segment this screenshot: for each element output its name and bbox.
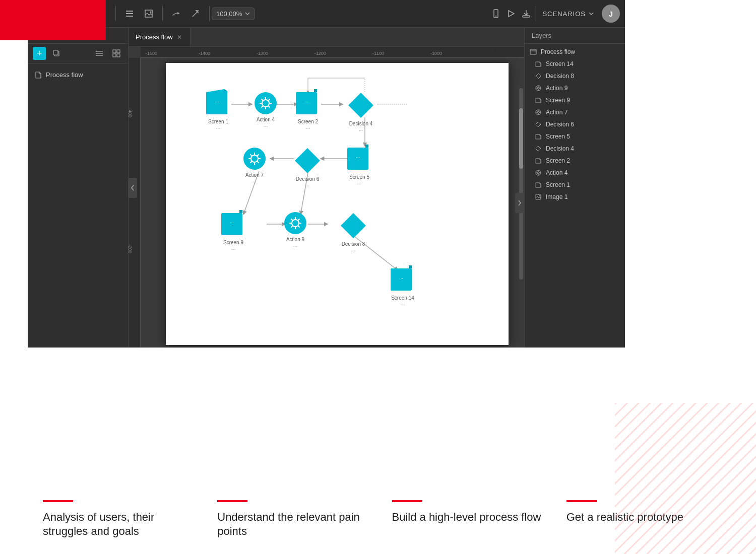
node-screen2[interactable]: ⋯ Screen 2 ... [296,89,320,130]
layer-decision-icon-4 [535,145,542,152]
ruler-label-1300: -1300 [257,51,268,56]
layer-item-screen2[interactable]: Screen 2 [525,155,625,167]
svg-rect-21 [117,54,120,57]
sidebar-grid-button[interactable] [110,47,123,60]
svg-point-86 [537,87,539,89]
feature-title-3: Build a high-level process flow [392,510,551,525]
left-sidebar: Scenarios + [28,28,129,348]
connect-tool-button[interactable] [169,6,184,21]
layer-item-action4[interactable]: Action 4 [525,167,625,179]
node-action9-dots: ... [293,242,297,248]
collapse-left-button[interactable] [128,178,137,198]
node-screen1-dots: ... [216,124,220,130]
node-screen9[interactable]: ⋯ Screen 9 ... [221,210,245,251]
node-screen1-label: Screen 1 [208,119,228,124]
ruler-label-1500: -1500 [146,51,157,56]
svg-point-8 [150,12,152,13]
user-avatar[interactable]: J [602,5,620,23]
node-decision4[interactable]: Decision 4 ... [347,92,374,132]
layer-item-screen1[interactable]: Screen 1 [525,179,625,191]
svg-rect-4 [126,11,133,12]
svg-point-98 [537,172,539,174]
scrollbar-vertical[interactable] [519,88,523,280]
layer-item-action7[interactable]: Action 7 [525,106,625,118]
node-screen5-label: Screen 5 [349,174,369,180]
collapse-right-button[interactable] [515,193,524,213]
svg-rect-1 [615,403,756,554]
arrow-tool-button[interactable] [188,6,203,21]
tab-process-flow[interactable]: Process flow ✕ [129,28,191,46]
scrollbar-thumb[interactable] [519,108,523,169]
node-screen5[interactable]: ⋯ Screen 5 ... [347,145,371,185]
svg-text:⋯: ⋯ [230,221,234,225]
play-button[interactable] [503,6,519,21]
toolbar-sep-2 [162,6,163,21]
node-action9-label: Action 9 [286,237,304,242]
layer-item-image1[interactable]: Image 1 [525,191,625,203]
layer-item-action9[interactable]: Action 9 [525,82,625,94]
svg-text:⋯: ⋯ [356,155,360,160]
file-icon [35,72,42,79]
node-screen1[interactable]: ⋯ Screen 1 ... [206,89,230,130]
feature-card-1: Analysis of users, their struggles and g… [43,500,217,539]
node-decision6[interactable]: Decision 6 ... [294,147,321,187]
node-action7[interactable]: Action 7 ... [243,147,266,183]
layer-item-decision6[interactable]: Decision 6 [525,118,625,130]
node-action4-dots: ... [264,122,268,128]
layer-item-decision8[interactable]: Decision 8 [525,70,625,82]
sidebar-add-button[interactable]: + [33,47,46,60]
node-action4[interactable]: Action 4 ... [254,92,277,128]
svg-point-57 [243,148,266,170]
layer-action-icon-4 [535,169,542,176]
svg-line-9 [193,11,199,17]
canvas[interactable]: ⋯ Screen 1 ... [141,58,524,348]
scenarios-dropdown-button[interactable]: SCENARIOS [538,8,598,20]
layer-item-decision4[interactable]: Decision 4 [525,143,625,155]
sidebar-list-button[interactable] [93,47,106,60]
list-view-button[interactable] [122,6,137,21]
main-area: Scenarios + [28,28,625,348]
toolbar-sep-3 [209,6,210,21]
layer-action-icon-7 [535,109,542,116]
sidebar-item-process-flow[interactable]: Process flow [28,67,128,82]
node-decision8[interactable]: Decision 8 ... [340,212,367,252]
node-screen2-dots: ... [306,124,310,130]
ruler-label-1200: -1200 [314,51,326,56]
export-button[interactable] [519,6,534,21]
layer-item-screen9[interactable]: Screen 9 [525,94,625,106]
svg-rect-12 [523,16,530,17]
svg-marker-55 [365,145,368,148]
toolbar-sep-4 [536,6,536,21]
sidebar-duplicate-button[interactable] [50,47,63,60]
node-screen14[interactable]: ⋯ Screen 14 ... [391,265,415,306]
ruler-label-1400: -1400 [199,51,210,56]
feature-title-1: Analysis of users, their struggles and g… [43,510,202,539]
node-action9[interactable]: Action 9 ... [284,212,307,248]
node-action7-label: Action 7 [245,172,264,178]
layer-image-icon-1 [535,193,542,200]
layer-item-process-flow[interactable]: Process flow [525,46,625,58]
ruler-label-1000: -1000 [430,51,442,56]
svg-rect-16 [96,53,103,54]
layer-screen-icon-14 [535,60,542,67]
feature-accent-3 [392,500,422,502]
svg-marker-81 [409,265,412,268]
svg-text:⋯: ⋯ [399,276,403,281]
svg-point-11 [495,16,496,17]
toolbar: 100,00% SCENARIOS J [28,0,625,28]
mobile-preview-button[interactable] [488,6,503,21]
svg-rect-15 [96,51,103,52]
tab-close-button[interactable]: ✕ [176,34,183,41]
sidebar-items-list: Process flow [28,63,128,86]
image-view-button[interactable] [141,6,156,21]
layer-decision-icon-8 [535,73,542,80]
right-panel: Layers Process flow [524,28,625,348]
diagonal-pattern-decoration [615,403,756,554]
zoom-control[interactable]: 100,00% [212,8,255,20]
layer-decision-icon-6 [535,121,542,128]
layer-item-screen5[interactable]: Screen 5 [525,130,625,143]
svg-rect-19 [117,50,120,53]
layer-item-screen14[interactable]: Screen 14 [525,58,625,70]
layers-list: Process flow Screen 14 [525,44,625,205]
layer-screen-icon-1 [535,181,542,188]
